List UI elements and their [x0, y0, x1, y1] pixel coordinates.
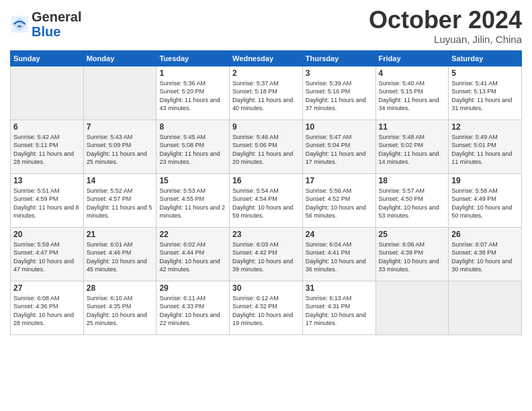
- calendar-cell: 29Sunrise: 6:11 AMSunset: 4:33 PMDayligh…: [157, 281, 230, 334]
- logo-icon: [10, 15, 29, 34]
- day-number: 30: [232, 283, 300, 293]
- calendar-cell: 6Sunrise: 5:42 AMSunset: 5:11 PMDaylight…: [11, 120, 84, 173]
- day-info: Sunrise: 6:11 AMSunset: 4:33 PMDaylight:…: [159, 294, 226, 328]
- weekday-header-saturday: Saturday: [449, 50, 522, 66]
- day-info: Sunrise: 6:01 AMSunset: 4:46 PMDaylight:…: [87, 240, 154, 274]
- calendar-week-row: 6Sunrise: 5:42 AMSunset: 5:11 PMDaylight…: [11, 120, 522, 173]
- calendar-cell: 27Sunrise: 6:08 AMSunset: 4:36 PMDayligh…: [11, 281, 84, 334]
- day-info: Sunrise: 6:04 AMSunset: 4:41 PMDaylight:…: [306, 240, 373, 274]
- day-info: Sunrise: 5:54 AMSunset: 4:54 PMDaylight:…: [232, 187, 300, 220]
- day-number: 3: [306, 68, 373, 78]
- day-info: Sunrise: 5:52 AMSunset: 4:57 PMDaylight:…: [87, 187, 154, 220]
- day-info: Sunrise: 5:45 AMSunset: 5:08 PMDaylight:…: [159, 133, 226, 167]
- day-number: 10: [306, 122, 373, 132]
- day-info: Sunrise: 6:08 AMSunset: 4:36 PMDaylight:…: [13, 294, 81, 328]
- day-number: 15: [159, 176, 226, 185]
- calendar-cell: 9Sunrise: 5:46 AMSunset: 5:06 PMDaylight…: [230, 120, 303, 173]
- day-info: Sunrise: 5:39 AMSunset: 5:16 PMDaylight:…: [306, 79, 373, 113]
- day-info: Sunrise: 5:59 AMSunset: 4:47 PMDaylight:…: [13, 240, 81, 274]
- day-number: 29: [159, 283, 226, 293]
- calendar-cell: 19Sunrise: 5:58 AMSunset: 4:49 PMDayligh…: [449, 173, 522, 227]
- calendar-cell: 25Sunrise: 6:06 AMSunset: 4:39 PMDayligh…: [375, 227, 449, 281]
- day-info: Sunrise: 5:43 AMSunset: 5:09 PMDaylight:…: [87, 133, 154, 167]
- logo-general: General: [32, 9, 81, 24]
- title-block: October 2024 Luyuan, Jilin, China: [369, 7, 522, 45]
- day-number: 5: [451, 68, 519, 78]
- day-number: 4: [379, 68, 446, 78]
- calendar-week-row: 13Sunrise: 5:51 AMSunset: 4:59 PMDayligh…: [11, 173, 522, 227]
- calendar-cell: [375, 281, 449, 334]
- calendar-cell: 22Sunrise: 6:02 AMSunset: 4:44 PMDayligh…: [157, 227, 230, 281]
- day-number: 12: [451, 122, 519, 132]
- day-info: Sunrise: 5:48 AMSunset: 5:02 PMDaylight:…: [379, 133, 446, 167]
- day-info: Sunrise: 5:36 AMSunset: 5:20 PMDaylight:…: [159, 79, 226, 113]
- weekday-header-monday: Monday: [83, 50, 157, 66]
- calendar-cell: [83, 66, 157, 120]
- calendar-cell: 11Sunrise: 5:48 AMSunset: 5:02 PMDayligh…: [375, 120, 449, 173]
- calendar-table: SundayMondayTuesdayWednesdayThursdayFrid…: [10, 50, 522, 335]
- day-number: 14: [87, 176, 154, 185]
- calendar-cell: 20Sunrise: 5:59 AMSunset: 4:47 PMDayligh…: [11, 227, 84, 281]
- calendar-cell: 24Sunrise: 6:04 AMSunset: 4:41 PMDayligh…: [302, 227, 375, 281]
- calendar-cell: [11, 66, 84, 120]
- calendar-cell: 26Sunrise: 6:07 AMSunset: 4:38 PMDayligh…: [449, 227, 522, 281]
- calendar-cell: 5Sunrise: 5:41 AMSunset: 5:13 PMDaylight…: [449, 66, 522, 120]
- day-info: Sunrise: 5:51 AMSunset: 4:59 PMDaylight:…: [13, 187, 81, 220]
- day-number: 18: [379, 176, 446, 185]
- day-number: 8: [159, 122, 226, 132]
- day-info: Sunrise: 5:49 AMSunset: 5:01 PMDaylight:…: [451, 133, 519, 167]
- calendar-cell: 28Sunrise: 6:10 AMSunset: 4:35 PMDayligh…: [83, 281, 157, 334]
- calendar-cell: 21Sunrise: 6:01 AMSunset: 4:46 PMDayligh…: [83, 227, 157, 281]
- logo-blue: Blue: [32, 24, 60, 39]
- day-number: 26: [451, 230, 519, 239]
- weekday-header-row: SundayMondayTuesdayWednesdayThursdayFrid…: [11, 50, 522, 66]
- day-info: Sunrise: 6:10 AMSunset: 4:35 PMDaylight:…: [87, 294, 154, 328]
- calendar-cell: 18Sunrise: 5:57 AMSunset: 4:50 PMDayligh…: [375, 173, 449, 227]
- day-info: Sunrise: 6:07 AMSunset: 4:38 PMDaylight:…: [451, 240, 519, 274]
- day-number: 11: [379, 122, 446, 132]
- day-info: Sunrise: 6:13 AMSunset: 4:31 PMDaylight:…: [306, 294, 373, 328]
- page-container: General Blue October 2024 Luyuan, Jilin,…: [0, 0, 532, 338]
- calendar-cell: 14Sunrise: 5:52 AMSunset: 4:57 PMDayligh…: [83, 173, 157, 227]
- calendar-cell: 12Sunrise: 5:49 AMSunset: 5:01 PMDayligh…: [449, 120, 522, 173]
- weekday-header-tuesday: Tuesday: [157, 50, 230, 66]
- calendar-cell: 31Sunrise: 6:13 AMSunset: 4:31 PMDayligh…: [302, 281, 375, 334]
- header: General Blue October 2024 Luyuan, Jilin,…: [10, 7, 522, 45]
- calendar-cell: 4Sunrise: 5:40 AMSunset: 5:15 PMDaylight…: [375, 66, 449, 120]
- day-number: 21: [87, 230, 154, 239]
- day-info: Sunrise: 5:47 AMSunset: 5:04 PMDaylight:…: [306, 133, 373, 167]
- calendar-week-row: 20Sunrise: 5:59 AMSunset: 4:47 PMDayligh…: [11, 227, 522, 281]
- calendar-cell: 10Sunrise: 5:47 AMSunset: 5:04 PMDayligh…: [302, 120, 375, 173]
- day-number: 31: [306, 283, 373, 293]
- day-number: 6: [13, 122, 81, 132]
- calendar-week-row: 1Sunrise: 5:36 AMSunset: 5:20 PMDaylight…: [11, 66, 522, 120]
- calendar-week-row: 27Sunrise: 6:08 AMSunset: 4:36 PMDayligh…: [11, 281, 522, 334]
- day-number: 17: [306, 176, 373, 185]
- calendar-cell: 15Sunrise: 5:53 AMSunset: 4:55 PMDayligh…: [157, 173, 230, 227]
- day-number: 22: [159, 230, 226, 239]
- day-info: Sunrise: 5:40 AMSunset: 5:15 PMDaylight:…: [379, 79, 446, 113]
- calendar-cell: [449, 281, 522, 334]
- day-number: 24: [306, 230, 373, 239]
- day-number: 13: [13, 176, 81, 185]
- day-number: 28: [87, 283, 154, 293]
- day-number: 16: [232, 176, 300, 185]
- day-info: Sunrise: 5:53 AMSunset: 4:55 PMDaylight:…: [159, 187, 226, 220]
- location: Luyuan, Jilin, China: [369, 34, 522, 45]
- day-number: 19: [451, 176, 519, 185]
- calendar-cell: 13Sunrise: 5:51 AMSunset: 4:59 PMDayligh…: [11, 173, 84, 227]
- calendar-cell: 2Sunrise: 5:37 AMSunset: 5:18 PMDaylight…: [230, 66, 303, 120]
- day-info: Sunrise: 5:58 AMSunset: 4:49 PMDaylight:…: [451, 187, 519, 220]
- day-number: 23: [232, 230, 300, 239]
- calendar-cell: 16Sunrise: 5:54 AMSunset: 4:54 PMDayligh…: [230, 173, 303, 227]
- day-number: 1: [159, 68, 226, 78]
- day-number: 27: [13, 283, 81, 293]
- day-info: Sunrise: 6:02 AMSunset: 4:44 PMDaylight:…: [159, 240, 226, 274]
- day-info: Sunrise: 5:46 AMSunset: 5:06 PMDaylight:…: [232, 133, 300, 167]
- day-number: 25: [379, 230, 446, 239]
- calendar-cell: 8Sunrise: 5:45 AMSunset: 5:08 PMDaylight…: [157, 120, 230, 173]
- calendar-cell: 30Sunrise: 6:12 AMSunset: 4:32 PMDayligh…: [230, 281, 303, 334]
- logo: General Blue: [10, 9, 81, 39]
- day-info: Sunrise: 6:03 AMSunset: 4:42 PMDaylight:…: [232, 240, 300, 274]
- day-info: Sunrise: 5:42 AMSunset: 5:11 PMDaylight:…: [13, 133, 81, 167]
